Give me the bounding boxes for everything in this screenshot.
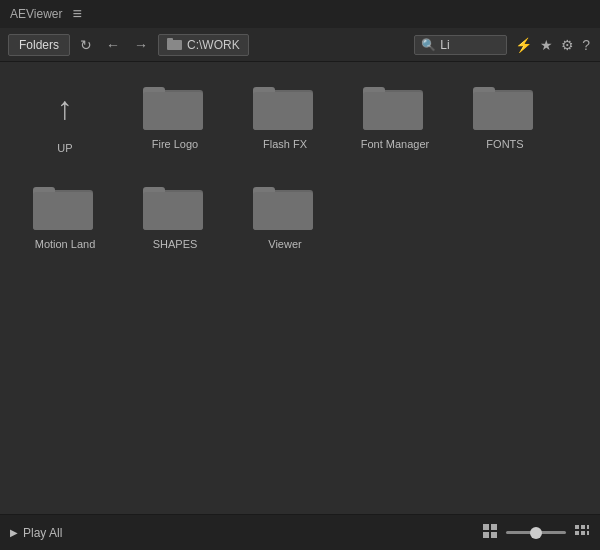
folder-item-motion-land[interactable]: Motion Land xyxy=(10,172,120,272)
folder-icon xyxy=(473,82,537,134)
svg-rect-28 xyxy=(581,525,585,529)
folder-item-fonts[interactable]: FONTS xyxy=(450,72,560,172)
folder-label: SHAPES xyxy=(153,238,198,251)
forward-button[interactable]: → xyxy=(130,35,152,55)
current-path: C:\WORK xyxy=(187,38,240,52)
play-all-label: Play All xyxy=(23,526,62,540)
svg-rect-32 xyxy=(587,531,589,535)
folder-label: Motion Land xyxy=(35,238,96,251)
folder-icon xyxy=(363,82,427,134)
folder-label: Fire Logo xyxy=(152,138,198,151)
svg-rect-30 xyxy=(575,531,579,535)
size-slider-container xyxy=(506,531,566,534)
folder-item-viewer[interactable]: Viewer xyxy=(230,172,340,272)
svg-rect-29 xyxy=(587,525,589,529)
svg-rect-10 xyxy=(363,92,423,130)
folder-label: UP xyxy=(57,142,72,155)
folder-icon xyxy=(143,182,207,234)
star-button[interactable]: ★ xyxy=(538,35,555,55)
play-icon: ▶ xyxy=(10,527,18,538)
folder-label: FONTS xyxy=(486,138,523,151)
svg-rect-23 xyxy=(483,524,489,530)
svg-rect-0 xyxy=(167,40,182,50)
svg-rect-19 xyxy=(143,192,203,230)
search-box: 🔍 xyxy=(414,35,507,55)
folder-label: Viewer xyxy=(268,238,301,251)
search-icon: 🔍 xyxy=(421,38,436,52)
bolt-button[interactable]: ⚡ xyxy=(513,35,534,55)
title-bar: AEViewer ≡ xyxy=(0,0,600,28)
svg-rect-7 xyxy=(253,92,313,130)
svg-rect-16 xyxy=(33,192,93,230)
folder-item-font-manager[interactable]: Font Manager xyxy=(340,72,450,172)
size-slider[interactable] xyxy=(506,531,566,534)
app-title: AEViewer xyxy=(10,7,62,21)
svg-rect-1 xyxy=(167,38,173,41)
folder-label: Font Manager xyxy=(361,138,429,151)
list-view-button[interactable] xyxy=(574,523,590,542)
svg-rect-13 xyxy=(473,92,533,130)
back-button[interactable]: ← xyxy=(102,35,124,55)
toolbar-right-icons: ⚡ ★ ⚙ ? xyxy=(513,35,592,55)
play-all-button[interactable]: ▶ Play All xyxy=(10,526,62,540)
folder-item-shapes[interactable]: SHAPES xyxy=(120,172,230,272)
svg-rect-31 xyxy=(581,531,585,535)
content-area: ↑ UP Fire Logo xyxy=(0,62,600,514)
folder-item-up[interactable]: ↑ UP xyxy=(10,72,120,172)
svg-rect-26 xyxy=(491,532,497,538)
folder-icon xyxy=(253,182,317,234)
path-display: C:\WORK xyxy=(158,34,249,56)
svg-rect-24 xyxy=(491,524,497,530)
search-input[interactable] xyxy=(440,38,500,52)
svg-rect-22 xyxy=(253,192,313,230)
folder-item-flash-fx[interactable]: Flash FX xyxy=(230,72,340,172)
menu-icon[interactable]: ≡ xyxy=(72,5,81,23)
up-arrow-icon: ↑ xyxy=(57,82,73,134)
refresh-button[interactable]: ↻ xyxy=(76,35,96,55)
svg-rect-4 xyxy=(143,92,203,130)
folder-item-fire-logo[interactable]: Fire Logo xyxy=(120,72,230,172)
help-button[interactable]: ? xyxy=(580,35,592,55)
svg-rect-27 xyxy=(575,525,579,529)
folders-button[interactable]: Folders xyxy=(8,34,70,56)
folder-icon xyxy=(253,82,317,134)
bottom-bar: ▶ Play All xyxy=(0,514,600,550)
toolbar: Folders ↻ ← → C:\WORK 🔍 ⚡ ★ ⚙ ? xyxy=(0,28,600,62)
path-folder-icon xyxy=(167,37,183,53)
grid-view-button[interactable] xyxy=(482,523,498,542)
folder-label: Flash FX xyxy=(263,138,307,151)
svg-rect-25 xyxy=(483,532,489,538)
folder-icon xyxy=(33,182,97,234)
gear-button[interactable]: ⚙ xyxy=(559,35,576,55)
bottom-right-controls xyxy=(482,523,590,542)
folder-icon xyxy=(143,82,207,134)
